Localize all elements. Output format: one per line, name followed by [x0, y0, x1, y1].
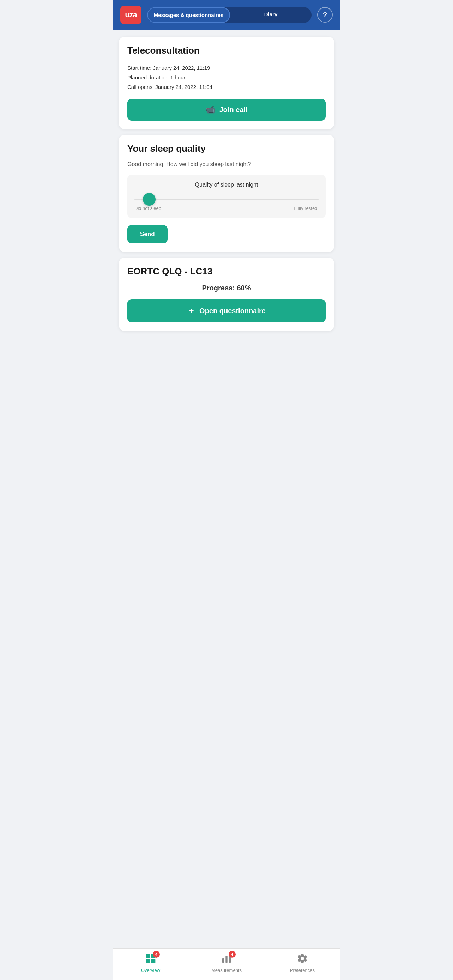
slider-wrapper [134, 195, 319, 201]
teleconsultation-title: Teleconsultation [127, 45, 326, 56]
slider-max-label: Fully rested! [294, 206, 319, 211]
sleep-quality-slider[interactable] [134, 199, 319, 200]
open-questionnaire-label: Open questionnaire [199, 307, 265, 315]
start-time: Start time: January 24, 2022, 11:19 [127, 63, 326, 73]
send-button[interactable]: Send [127, 225, 168, 243]
logo-text: uza [125, 10, 137, 19]
sleep-quality-subtitle: Good morning! How well did you sleep las… [127, 161, 326, 167]
slider-range-labels: Did not sleep Fully rested! [134, 206, 319, 211]
questionnaire-card: EORTC QLQ - LC13 Progress: 60% ＋ Open qu… [119, 258, 334, 331]
plus-icon: ＋ [188, 305, 195, 316]
teleconsultation-card: Teleconsultation Start time: January 24,… [119, 37, 334, 129]
sleep-slider-container: Quality of sleep last night Did not slee… [127, 175, 326, 218]
video-icon: 📹 [205, 105, 215, 114]
main-navigation: Messages & questionnaires Diary [147, 7, 312, 23]
send-label: Send [140, 231, 155, 237]
tab-diary[interactable]: Diary [230, 7, 312, 23]
tab-messages[interactable]: Messages & questionnaires [147, 7, 230, 23]
questionnaire-title: EORTC QLQ - LC13 [127, 266, 326, 277]
slider-label: Quality of sleep last night [134, 182, 319, 188]
sleep-quality-card: Your sleep quality Good morning! How wel… [119, 135, 334, 252]
planned-duration: Planned duration: 1 hour [127, 73, 326, 82]
join-call-button[interactable]: 📹 Join call [127, 99, 326, 121]
join-call-label: Join call [219, 106, 247, 114]
open-questionnaire-button[interactable]: ＋ Open questionnaire [127, 299, 326, 323]
slider-min-label: Did not sleep [134, 206, 161, 211]
app-logo: uza [120, 6, 141, 24]
bottom-spacer [119, 337, 334, 372]
main-content: Teleconsultation Start time: January 24,… [113, 30, 340, 379]
teleconsultation-info: Start time: January 24, 2022, 11:19 Plan… [127, 63, 326, 92]
call-opens: Call opens: January 24, 2022, 11:04 [127, 82, 326, 92]
sleep-quality-title: Your sleep quality [127, 143, 326, 154]
questionnaire-progress: Progress: 60% [127, 284, 326, 292]
help-button[interactable]: ? [317, 7, 333, 22]
app-header: uza Messages & questionnaires Diary ? [113, 0, 340, 30]
